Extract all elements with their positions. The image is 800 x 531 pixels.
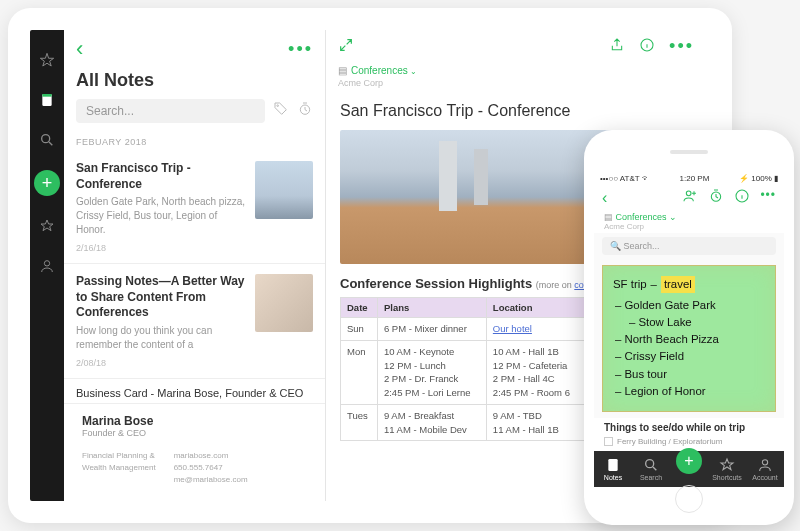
- add-note-button[interactable]: +: [34, 170, 60, 196]
- table-header: Location: [486, 298, 585, 318]
- reminder-icon[interactable]: [708, 188, 724, 207]
- note-thumbnail: [255, 274, 313, 332]
- tab-add[interactable]: +: [670, 443, 708, 479]
- shortcuts-icon[interactable]: [37, 50, 57, 70]
- hotel-link[interactable]: Our hotel: [493, 323, 532, 334]
- table-header: Plans: [377, 298, 486, 318]
- tag-icon[interactable]: [273, 101, 289, 121]
- svg-point-11: [646, 460, 654, 468]
- notebook-name[interactable]: Conferences ⌄: [351, 65, 417, 76]
- phone-device: •••○○ AT&T ᯤ 1:20 PM ⚡ 100% ▮ ‹ ••• ▤ Co…: [584, 130, 794, 525]
- svg-point-4: [277, 105, 279, 107]
- tab-shortcuts[interactable]: Shortcuts: [708, 451, 746, 487]
- note-thumbnail: [255, 161, 313, 219]
- svg-rect-10: [608, 459, 617, 471]
- bc-role: Founder & CEO: [82, 428, 307, 438]
- svg-point-2: [42, 135, 50, 143]
- note-title[interactable]: Things to see/do while on trip: [594, 418, 784, 437]
- business-card: Marina Bose Founder & CEO Financial Plan…: [64, 404, 325, 496]
- note-title[interactable]: San Francisco Trip - Conference: [326, 96, 706, 130]
- table-header: Date: [341, 298, 378, 318]
- month-label: FEBUARY 2018: [64, 133, 325, 151]
- svg-point-12: [762, 460, 767, 465]
- info-icon[interactable]: [734, 188, 750, 207]
- tab-account[interactable]: Account: [746, 451, 784, 487]
- tab-search[interactable]: Search: [632, 451, 670, 487]
- svg-point-7: [687, 191, 692, 196]
- search-input[interactable]: [76, 99, 265, 123]
- note-item-date: 2/08/18: [76, 358, 245, 368]
- sidebar: +: [30, 30, 64, 501]
- share-icon[interactable]: [609, 37, 625, 57]
- svg-rect-1: [42, 94, 51, 97]
- svg-point-3: [44, 261, 49, 266]
- note-item[interactable]: San Francisco Trip - Conference Golden G…: [64, 151, 325, 264]
- note-item-title: Passing Notes—A Better Way to Share Cont…: [76, 274, 245, 321]
- search-icon[interactable]: [37, 130, 57, 150]
- more-menu[interactable]: •••: [669, 36, 694, 57]
- notebook-sub: Acme Corp: [326, 78, 706, 96]
- add-person-icon[interactable]: [682, 188, 698, 207]
- back-button[interactable]: ‹: [76, 36, 83, 62]
- phone-tab-bar: Notes Search + Shortcuts Account: [594, 451, 784, 487]
- account-icon[interactable]: [37, 256, 57, 276]
- search-input[interactable]: 🔍 Search...: [602, 237, 776, 255]
- note-item-title[interactable]: Business Card - Marina Bose, Founder & C…: [64, 379, 325, 404]
- notebook-name[interactable]: Conferences ⌄: [616, 212, 678, 222]
- notebook-icon: ▤: [338, 65, 347, 76]
- phone-status-bar: •••○○ AT&T ᯤ 1:20 PM ⚡ 100% ▮: [594, 172, 784, 185]
- note-item-title: San Francisco Trip - Conference: [76, 161, 245, 192]
- note-item-preview: How long do you think you can remember t…: [76, 324, 245, 352]
- more-menu[interactable]: •••: [760, 188, 776, 207]
- note-item[interactable]: Passing Notes—A Better Way to Share Cont…: [64, 264, 325, 379]
- bc-name: Marina Bose: [82, 414, 307, 428]
- phone-screen: •••○○ AT&T ᯤ 1:20 PM ⚡ 100% ▮ ‹ ••• ▤ Co…: [594, 172, 784, 487]
- more-menu[interactable]: •••: [288, 39, 313, 60]
- notes-icon[interactable]: [37, 90, 57, 110]
- sticky-note-image: SF trip – travel Golden Gate Park Stow L…: [602, 265, 776, 412]
- star-icon[interactable]: [37, 216, 57, 236]
- note-item-preview: Golden Gate Park, North beach pizza, Cri…: [76, 195, 245, 237]
- back-button[interactable]: ‹: [602, 189, 607, 207]
- note-list-panel: ‹ ••• All Notes FEBUARY 2018 San Francis…: [64, 30, 326, 501]
- info-icon[interactable]: [639, 37, 655, 57]
- note-list-title: All Notes: [76, 70, 313, 91]
- note-item-date: 2/16/18: [76, 243, 245, 253]
- expand-icon[interactable]: [338, 37, 354, 57]
- tab-notes[interactable]: Notes: [594, 451, 632, 487]
- reminder-icon[interactable]: [297, 101, 313, 121]
